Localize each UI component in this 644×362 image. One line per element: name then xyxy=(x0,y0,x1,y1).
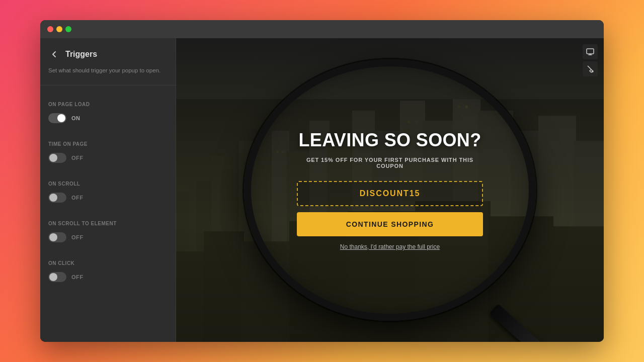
continue-shopping-button[interactable]: CONTINUE SHOPPING xyxy=(297,212,483,236)
paint-bucket-icon xyxy=(586,65,594,73)
svg-rect-22 xyxy=(282,151,284,153)
trigger-time-on-page: TIME ON PAGE OFF xyxy=(40,133,176,173)
sidebar-header: Triggers xyxy=(40,38,176,66)
sidebar-title: Triggers xyxy=(65,50,97,59)
traffic-light-yellow[interactable] xyxy=(56,26,62,32)
svg-point-39 xyxy=(592,70,594,72)
trigger-label-page-load: ON PAGE LOAD xyxy=(48,102,168,107)
toggle-time[interactable] xyxy=(48,153,66,163)
browser-content: Triggers Set what should trigger your po… xyxy=(40,38,604,342)
svg-rect-21 xyxy=(277,151,279,153)
desktop-icon xyxy=(586,48,594,56)
svg-rect-30 xyxy=(176,251,206,342)
right-toolbar xyxy=(583,44,598,76)
traffic-light-green[interactable] xyxy=(65,26,71,32)
trigger-on-click: ON CLICK OFF xyxy=(40,252,176,292)
toggle-row-time: OFF xyxy=(48,153,168,163)
svg-rect-24 xyxy=(408,121,410,123)
svg-rect-25 xyxy=(415,121,418,123)
svg-rect-27 xyxy=(458,106,460,108)
toggle-scroll-element[interactable] xyxy=(48,232,66,242)
toggle-status-scroll-element: OFF xyxy=(71,234,84,240)
toggle-knob-time xyxy=(49,154,57,162)
toggle-knob-page-load xyxy=(57,114,65,122)
toggle-row-click: OFF xyxy=(48,272,168,282)
traffic-light-red[interactable] xyxy=(47,26,53,32)
toggle-row-scroll: OFF xyxy=(48,193,168,203)
toggle-status-page-load: ON xyxy=(71,115,80,121)
trigger-label-time: TIME ON PAGE xyxy=(48,141,168,147)
toggle-knob-scroll-element xyxy=(49,233,57,241)
popup-heading: LEAVING SO SOON? xyxy=(297,130,483,151)
svg-rect-37 xyxy=(551,226,604,342)
svg-rect-36 xyxy=(488,216,553,342)
toggle-knob-scroll xyxy=(49,194,57,202)
popup-modal: LEAVING SO SOON? GET 15% OFF FOR YOUR FI… xyxy=(292,130,488,250)
sidebar: Triggers Set what should trigger your po… xyxy=(40,38,176,342)
paint-bucket-icon-button[interactable] xyxy=(583,61,598,76)
svg-rect-23 xyxy=(277,157,279,159)
toggle-knob-click xyxy=(49,273,57,281)
trigger-on-scroll: ON SCROLL OFF xyxy=(40,173,176,213)
popup-subtext: GET 15% OFF FOR YOUR FIRST PURCHASE WITH… xyxy=(297,157,483,169)
coupon-code: DISCOUNT15 xyxy=(360,189,421,198)
city-background: LEAVING SO SOON? GET 15% OFF FOR YOUR FI… xyxy=(176,38,604,342)
main-preview: LEAVING SO SOON? GET 15% OFF FOR YOUR FI… xyxy=(176,38,604,342)
trigger-on-page-load: ON PAGE LOAD ON xyxy=(40,94,176,133)
trigger-label-scroll: ON SCROLL xyxy=(48,181,168,187)
toggle-status-click: OFF xyxy=(71,274,84,280)
no-thanks-link[interactable]: No thanks, I'd rather pay the full price xyxy=(297,243,483,250)
svg-rect-38 xyxy=(587,49,594,54)
desktop-icon-button[interactable] xyxy=(583,44,598,59)
svg-rect-28 xyxy=(465,106,468,108)
back-button[interactable] xyxy=(48,48,60,60)
trigger-on-scroll-to-element: ON SCROLL TO ELEMENT OFF xyxy=(40,213,176,252)
toggle-row-page-load: ON xyxy=(48,113,168,123)
toggle-status-time: OFF xyxy=(71,155,84,161)
toggle-page-load[interactable] xyxy=(48,113,66,123)
sidebar-subtitle: Set what should trigger your popup to op… xyxy=(40,66,176,85)
sidebar-divider xyxy=(40,85,176,85)
svg-rect-32 xyxy=(242,241,292,342)
trigger-label-click: ON CLICK xyxy=(48,260,168,266)
trigger-label-scroll-element: ON SCROLL TO ELEMENT xyxy=(48,221,168,226)
toggle-row-scroll-element: OFF xyxy=(48,232,168,242)
traffic-lights xyxy=(47,26,71,32)
browser-window: Triggers Set what should trigger your po… xyxy=(40,20,604,342)
svg-rect-29 xyxy=(458,115,460,117)
browser-titlebar xyxy=(40,20,604,38)
toggle-click[interactable] xyxy=(48,272,66,282)
toggle-status-scroll: OFF xyxy=(71,195,84,201)
coupon-box: DISCOUNT15 xyxy=(297,181,483,206)
toggle-scroll[interactable] xyxy=(48,193,66,203)
svg-rect-31 xyxy=(204,231,244,342)
